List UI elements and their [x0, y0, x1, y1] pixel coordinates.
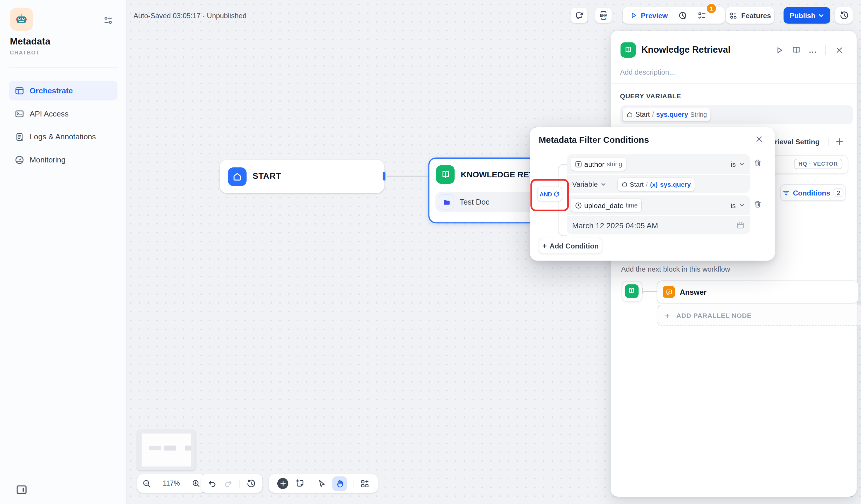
divider: [311, 479, 311, 488]
comparator-select[interactable]: is: [724, 201, 745, 209]
divider: [354, 479, 354, 488]
run-history-button[interactable]: [673, 11, 693, 20]
add-condition-button[interactable]: + Add Condition: [538, 238, 602, 254]
tools-toolbar: [269, 474, 378, 493]
app-settings-icon[interactable]: [104, 15, 113, 26]
features-button[interactable]: Features: [726, 7, 774, 24]
conditions-count-badge: 2: [833, 188, 844, 197]
comparator-select[interactable]: is: [724, 160, 745, 168]
sidebar-nav: Orchestrate API Access Logs & Annotation…: [9, 81, 118, 173]
metadata-filter-modal: Metadata Filter Conditions author string…: [530, 127, 775, 261]
env-icon: ENV: [598, 10, 609, 21]
add-knowledge-icon[interactable]: [835, 137, 844, 146]
change-history-icon[interactable]: [247, 479, 256, 488]
divider: [240, 479, 240, 488]
zoom-level[interactable]: 117%: [163, 480, 180, 487]
collapse-panel-icon[interactable]: [16, 485, 27, 495]
knowledge-book-icon: [436, 165, 455, 184]
chevron-down-icon: [601, 181, 606, 187]
sidebar-item-label: API Access: [30, 109, 69, 118]
metadata-conditions-button[interactable]: Conditions 2: [780, 184, 846, 201]
checklist-icon: [698, 11, 707, 20]
sidebar-item-label: Monitoring: [30, 155, 66, 164]
app-type-label: CHATBOT: [10, 50, 40, 56]
undo-icon[interactable]: [208, 479, 217, 488]
sidebar-item-logs-annotations[interactable]: Logs & Annotations: [9, 127, 118, 146]
panel-title[interactable]: Knowledge Retrieval: [641, 44, 730, 55]
query-variable-pill: Start / sys.query String: [623, 108, 711, 121]
terminal-icon: [15, 109, 24, 118]
add-note-icon[interactable]: [295, 478, 304, 489]
dataset-mode-badge: HQ · VECTOR: [794, 159, 842, 169]
minimap-node: [185, 446, 191, 451]
calendar-icon[interactable]: [736, 221, 744, 229]
chat-variable-icon: [575, 11, 584, 20]
docs-book-icon[interactable]: [792, 46, 801, 54]
features-icon: [729, 11, 737, 19]
sidebar-divider: [9, 67, 118, 68]
sidebar-item-api-access[interactable]: API Access: [9, 103, 118, 124]
preview-button[interactable]: Preview: [625, 11, 673, 19]
condition-row: upload_date time is March 12 2025 04:05 …: [567, 196, 750, 235]
sidebar-item-monitoring[interactable]: Monitoring: [9, 150, 118, 170]
minimap-viewport: [142, 433, 191, 466]
delete-condition-icon[interactable]: [753, 200, 762, 209]
chevron-down-icon: [739, 161, 745, 167]
start-node-title: START: [253, 171, 282, 181]
variable-value-pill[interactable]: Start / {x} sys.query: [618, 178, 695, 191]
svg-text:ENV: ENV: [600, 13, 607, 17]
pointer-tool-icon[interactable]: [317, 479, 326, 488]
chevron-down-icon: [818, 12, 824, 18]
field-pill[interactable]: upload_date time: [571, 199, 642, 212]
sidebar-item-label: Logs & Annotations: [30, 132, 96, 141]
redo-icon[interactable]: [223, 479, 233, 488]
minimap-node: [164, 446, 176, 451]
organize-layout-icon[interactable]: [360, 479, 370, 488]
run-step-icon[interactable]: [776, 46, 784, 54]
preview-group: Preview 1: [623, 7, 725, 24]
edge-source-handle[interactable]: [383, 172, 385, 181]
hand-tool-button[interactable]: [332, 476, 347, 491]
delete-condition-icon[interactable]: [753, 159, 762, 167]
answer-next-block[interactable]: Answer: [657, 280, 859, 304]
minimap-node: [149, 446, 161, 450]
play-icon: [630, 11, 638, 19]
time-type-icon: [575, 202, 582, 209]
condition-row: author string is Variable: [567, 154, 750, 193]
orchestrate-icon: [15, 86, 24, 95]
add-parallel-node-button[interactable]: + ADD PARALLEL NODE: [657, 305, 861, 326]
dataset-name: Test Doc: [460, 198, 489, 206]
next-block-connector: [642, 291, 657, 292]
sidebar-item-orchestrate[interactable]: Orchestrate: [9, 81, 118, 101]
value-mode-select[interactable]: Variable: [572, 180, 606, 188]
add-node-button[interactable]: [277, 478, 288, 489]
start-node[interactable]: START: [220, 160, 384, 193]
logical-operator-toggle[interactable]: AND: [537, 187, 562, 202]
zoom-out-icon[interactable]: [142, 479, 151, 488]
more-options-icon[interactable]: [808, 48, 817, 56]
field-pill[interactable]: author string: [571, 157, 626, 171]
close-panel-icon[interactable]: [835, 46, 844, 54]
close-modal-icon[interactable]: [755, 135, 763, 143]
node-config-panel: Knowledge Retrieval Add description... Q…: [611, 31, 857, 497]
zoom-toolbar: 117%: [137, 474, 206, 493]
app-avatar[interactable]: [10, 8, 33, 31]
plus-glyph: +: [665, 310, 670, 320]
answer-icon: [663, 286, 675, 298]
zoom-in-icon[interactable]: [192, 479, 200, 488]
version-history-button[interactable]: [835, 7, 853, 24]
robot-emoji-icon: [15, 13, 28, 26]
publish-button[interactable]: Publish: [784, 7, 830, 24]
undo-toolbar: [201, 474, 262, 493]
edge-start-to-knowledge: [386, 176, 429, 177]
swap-operator-icon: [554, 191, 560, 197]
minimap[interactable]: [137, 430, 196, 470]
env-variables-button[interactable]: ENV: [596, 8, 612, 23]
divider: [825, 45, 826, 55]
conversation-variables-button[interactable]: [571, 8, 587, 23]
date-value[interactable]: March 12 2025 04:05 AM: [572, 221, 658, 230]
folder-icon: [439, 194, 454, 210]
description-placeholder[interactable]: Add description...: [620, 68, 675, 76]
query-variable-row[interactable]: Start / sys.query String: [620, 106, 853, 124]
sidebar-item-label: Orchestrate: [30, 86, 73, 95]
